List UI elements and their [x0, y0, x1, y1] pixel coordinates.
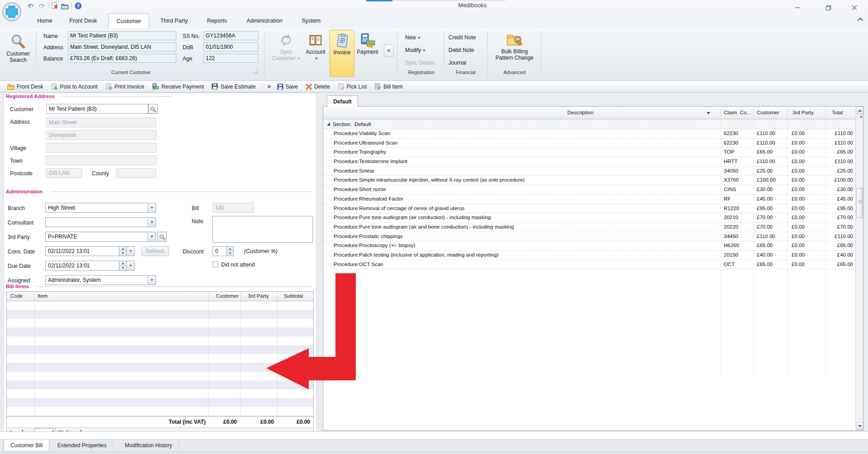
- print-invoice-button[interactable]: Print Invoice: [103, 82, 147, 91]
- tab-default-bill-section[interactable]: Default: [327, 95, 358, 107]
- vertical-scrollbar[interactable]: [855, 107, 863, 430]
- collapse-ribbon-chevron[interactable]: [857, 16, 864, 22]
- tab-customer-bill[interactable]: Customer Bill: [4, 440, 49, 452]
- bill-detail-row[interactable]: Procedure:OCT Scan OCT £65.00 £0.00 £65.…: [323, 260, 856, 270]
- close-button[interactable]: [848, 4, 861, 12]
- bill-detail-row[interactable]: Procedure:Prostatic chippings 34450 £110…: [323, 232, 856, 242]
- payment-button[interactable]: Payment: [354, 30, 381, 76]
- minimize-button[interactable]: [791, 4, 804, 12]
- tab-administration[interactable]: Administration: [240, 14, 289, 28]
- cons-date-calendar-dropdown[interactable]: [127, 246, 135, 256]
- column-header-subtotal[interactable]: Subtotal: [284, 293, 303, 299]
- dropdown-arrow-icon[interactable]: [147, 232, 156, 241]
- dropdown-arrow-icon[interactable]: [147, 203, 156, 212]
- save-estimate-button[interactable]: Save Estimate: [209, 82, 258, 91]
- bill-detail-row[interactable]: Procedure:Simple intramuscular injection…: [323, 176, 856, 185]
- due-date-calendar-dropdown[interactable]: [127, 261, 135, 271]
- bill-items-grid-body[interactable]: [7, 301, 313, 416]
- app-menu-button[interactable]: [2, 2, 22, 22]
- tab-reports[interactable]: Reports: [201, 14, 233, 28]
- sync-details-button[interactable]: Sync Details: [405, 60, 435, 66]
- help-icon[interactable]: ?: [75, 2, 82, 9]
- post-to-account-button[interactable]: Post to Account: [48, 82, 100, 91]
- column-header-description[interactable]: Description: [567, 110, 594, 115]
- dialog-launcher-icon[interactable]: [253, 69, 258, 73]
- assigned-select[interactable]: Administrator, System: [45, 275, 156, 285]
- cancel-document-icon[interactable]: [51, 2, 58, 9]
- column-header-3rd-party[interactable]: 3rd Party: [248, 293, 269, 299]
- bill-detail-row[interactable]: Procedure:Short nurse CINS £30.00 £0.00 …: [323, 185, 856, 195]
- scroll-down-button[interactable]: [856, 422, 863, 430]
- did-not-attend-checkbox[interactable]: [212, 262, 218, 267]
- bill-detail-row[interactable]: Procedure:Pure tone audiogram (air condu…: [323, 213, 856, 223]
- tab-extended-properties[interactable]: Extended Properties: [51, 440, 113, 451]
- new-menu-button[interactable]: New: [405, 34, 420, 41]
- delete-button[interactable]: Delete: [303, 83, 333, 91]
- branch-select[interactable]: High Street: [45, 203, 156, 213]
- note-textarea[interactable]: [212, 216, 313, 243]
- journal-button[interactable]: Journal: [448, 60, 466, 66]
- age-field[interactable]: 122: [203, 54, 259, 63]
- column-header-code[interactable]: Code: [10, 293, 23, 299]
- discount-spinner[interactable]: [227, 246, 234, 256]
- maximize-button[interactable]: [822, 4, 835, 12]
- bill-detail-row[interactable]: Procedure:Patch testing (inclusive of ap…: [323, 251, 856, 260]
- tab-home[interactable]: Home: [33, 14, 57, 28]
- tab-front-desk[interactable]: Front Desk: [62, 14, 104, 28]
- undo-icon[interactable]: [27, 3, 35, 9]
- bill-detail-row[interactable]: Procedure:Viability Scan 62230 £110.00 £…: [323, 129, 856, 139]
- discount-input[interactable]: [212, 246, 227, 256]
- bill-detail-row[interactable]: Procedure:Pure tone audiogram (air and b…: [323, 223, 856, 232]
- scrollbar-thumb[interactable]: [856, 188, 863, 218]
- address-field[interactable]: Main Street, Disneyland, DI5 LAN: [68, 42, 176, 51]
- save-button[interactable]: Save: [274, 83, 301, 91]
- due-date-input[interactable]: [45, 261, 119, 271]
- invoice-button[interactable]: Invoice: [330, 30, 354, 77]
- customer-search-button[interactable]: CustomerSearch: [4, 30, 33, 76]
- cons-date-input[interactable]: [45, 246, 119, 256]
- tab-modification-history[interactable]: Modification History: [118, 440, 179, 451]
- receive-payment-button[interactable]: Receive Payment: [149, 82, 207, 91]
- toolbar-chevron[interactable]: >: [266, 84, 272, 90]
- customer-input[interactable]: [46, 104, 148, 114]
- sync-customer-button[interactable]: SyncCustomer: [270, 30, 302, 76]
- third-party-lookup-button[interactable]: [157, 232, 167, 242]
- front-desk-button[interactable]: Front Desk: [5, 83, 46, 91]
- cons-date-spinner[interactable]: [119, 246, 127, 256]
- credit-note-button[interactable]: Credit Note: [448, 34, 476, 41]
- column-header-customer[interactable]: Customer: [757, 110, 779, 115]
- account-button[interactable]: Account: [303, 30, 328, 76]
- column-header-item[interactable]: Item: [38, 293, 47, 299]
- bill-detail-row[interactable]: Procedure:Testosterone Implant HRTT £110…: [323, 157, 856, 167]
- filter-caret-icon[interactable]: [707, 112, 710, 114]
- scroll-up-button[interactable]: [856, 107, 863, 114]
- ribbon-group-collapse-button[interactable]: <: [384, 44, 394, 57]
- dropdown-arrow-icon[interactable]: [147, 276, 156, 285]
- bill-detail-row[interactable]: Procedure:Ultrasound Scan 62230 £110.00 …: [323, 139, 856, 148]
- column-header-3rd-party[interactable]: 3rd Party: [793, 110, 814, 115]
- customer-search-lookup-button[interactable]: [148, 104, 158, 114]
- bill-detail-row[interactable]: Procedure:Proctoscopy (+/- biopsy) H6260…: [323, 241, 856, 251]
- section-group-row[interactable]: Section: Default: [323, 119, 856, 129]
- bill-detail-row[interactable]: Procedure:Rheumatoid Factor RF £45.00 £0…: [323, 195, 856, 204]
- pick-list-button[interactable]: Pick List: [335, 82, 370, 91]
- due-date-spinner[interactable]: [119, 261, 127, 271]
- column-header-customer[interactable]: Customer: [216, 293, 239, 299]
- consultant-select[interactable]: [45, 217, 156, 227]
- ssno-field[interactable]: GY123456A: [203, 31, 259, 40]
- tab-customer[interactable]: Customer: [108, 14, 149, 28]
- column-header-total[interactable]: Total: [832, 110, 843, 115]
- tab-third-party[interactable]: Third Party: [154, 14, 194, 28]
- bill-detail-row[interactable]: Procedure:Smear 34050 £25.00 £0.00 £25.0…: [323, 167, 856, 176]
- column-header-claim-code[interactable]: Claim Co...: [724, 110, 751, 115]
- dob-field[interactable]: 01/01/1900: [203, 42, 259, 51]
- third-party-select[interactable]: P=PRIVATE: [45, 232, 156, 242]
- bill-detail-row[interactable]: Procedure:Removal of cerclage of cervix …: [323, 204, 856, 214]
- redo-icon[interactable]: [38, 3, 45, 9]
- debit-note-button[interactable]: Debit Note: [448, 47, 474, 53]
- tab-system[interactable]: System: [295, 14, 327, 28]
- balance-field[interactable]: £793.26 (Ex Draft: £683.26): [68, 54, 176, 63]
- bill-detail-row[interactable]: Procedure:Topography TOP £65.00 £0.00 £6…: [323, 148, 856, 157]
- bill-item-button[interactable]: Bill Item: [372, 82, 406, 91]
- folder-icon[interactable]: [61, 3, 69, 9]
